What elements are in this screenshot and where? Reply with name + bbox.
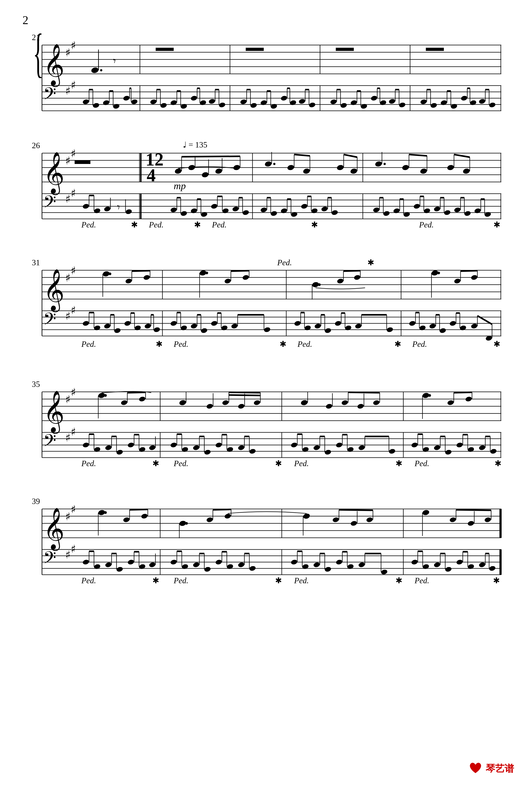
svg-point-640: [226, 564, 233, 570]
svg-text:𝄞: 𝄞: [43, 508, 64, 551]
svg-point-623: [138, 564, 146, 570]
ped-5-4: Ped.: [415, 576, 429, 585]
svg-point-460: [357, 403, 364, 409]
svg-point-683: [478, 562, 486, 568]
svg-point-670: [422, 564, 429, 570]
svg-line-265: [409, 154, 427, 156]
svg-point-314: [318, 283, 321, 286]
svg-point-448: [238, 403, 245, 409]
svg-line-610: [456, 510, 491, 510]
svg-line-464: [348, 392, 380, 393]
svg-point-365: [263, 327, 271, 333]
svg-point-545: [478, 445, 486, 451]
svg-line-452: [229, 392, 261, 393]
svg-point-488: [149, 445, 156, 451]
svg-point-330: [93, 325, 101, 331]
system-3-svg: 31 Ped. ✱ 𝄞 ♯ ♯ 𝄢: [27, 257, 505, 351]
svg-point-172: [233, 164, 241, 171]
svg-point-306: [206, 271, 208, 274]
svg-point-245: [443, 210, 451, 216]
svg-point-515: [313, 445, 320, 451]
svg-point-307: [224, 278, 231, 284]
svg-point-198: [287, 164, 295, 171]
svg-text:♯: ♯: [71, 148, 76, 159]
svg-point-467: [429, 394, 431, 397]
svg-point-462: [373, 400, 380, 406]
svg-point-547: [490, 448, 497, 454]
svg-text:𝄢: 𝄢: [43, 310, 56, 332]
svg-point-253: [474, 208, 481, 214]
svg-point-450: [253, 400, 261, 406]
svg-point-616: [105, 562, 112, 568]
svg-rect-30: [336, 48, 354, 51]
svg-point-599: [366, 517, 373, 523]
svg-point-378: [334, 320, 342, 326]
svg-point-180: [190, 208, 197, 214]
svg-point-454: [300, 399, 308, 406]
ped-3-1: Ped.: [81, 340, 96, 349]
bass-clef-1: 𝄢: [43, 85, 56, 107]
svg-point-93: [350, 100, 357, 106]
svg-point-530: [411, 442, 418, 448]
svg-point-63: [208, 98, 215, 105]
system-1: 21 { 𝄞 ♯ ♯ 𝄢: [27, 32, 505, 113]
svg-text:♯: ♯: [65, 432, 71, 444]
svg-point-658: [336, 559, 343, 565]
svg-point-185: [210, 203, 218, 209]
svg-line-174: [182, 156, 240, 157]
svg-line-592: [213, 509, 231, 510]
system-4-svg: 35 𝄞 ♯ ♯ 𝄢 ♯ ♯: [27, 378, 505, 468]
svg-point-678: [456, 559, 463, 565]
svg-point-333: [103, 323, 111, 329]
measure-number-35: 35: [32, 380, 40, 389]
svg-point-582: [141, 513, 148, 519]
svg-point-315: [337, 278, 344, 284]
svg-point-25: [91, 67, 99, 74]
svg-point-60: [199, 100, 206, 106]
svg-text:♯: ♯: [71, 39, 76, 51]
svg-line-453: [229, 395, 261, 395]
svg-point-608: [484, 517, 491, 523]
ped-5-2: Ped.: [174, 576, 188, 585]
svg-text:♯: ♯: [65, 549, 71, 561]
treble-clef-1: 𝄞: [43, 44, 64, 87]
system-2: 26 ♩ = 135 𝄞 ♯ ♯ 𝄢 ♯: [27, 139, 505, 230]
svg-point-606: [467, 521, 474, 527]
svg-point-162: [125, 209, 132, 215]
ped-star-2-1: ✱: [131, 220, 138, 229]
svg-point-373: [314, 323, 321, 329]
svg-point-230: [383, 210, 390, 217]
svg-point-55: [180, 104, 187, 110]
svg-point-223: [321, 206, 328, 212]
svg-point-532: [422, 447, 429, 453]
svg-point-350: [180, 325, 187, 331]
svg-rect-28: [156, 48, 174, 51]
svg-point-323: [454, 278, 461, 284]
svg-point-200: [303, 168, 310, 174]
svg-point-593: [303, 513, 310, 519]
svg-point-655: [324, 566, 331, 572]
svg-point-495: [192, 445, 200, 451]
svg-point-535: [433, 445, 441, 451]
svg-text:♯: ♯: [65, 393, 71, 406]
svg-point-470: [465, 396, 472, 402]
ped-star-5-2: ✱: [275, 576, 282, 585]
ped-2-2: Ped.: [149, 220, 164, 229]
svg-point-643: [238, 562, 245, 568]
svg-point-522: [347, 447, 354, 453]
svg-point-299: [125, 278, 132, 284]
svg-point-192: [242, 210, 249, 216]
svg-point-390: [419, 325, 426, 331]
svg-point-159: [103, 206, 111, 212]
svg-point-648: [290, 559, 298, 565]
svg-text:♯: ♯: [71, 79, 76, 91]
ped-3-4: Ped.: [412, 340, 427, 349]
svg-point-45: [131, 99, 138, 105]
ped-star-4-1: ✱: [152, 459, 159, 468]
svg-point-360: [221, 325, 228, 331]
ped-5-3: Ped.: [294, 576, 309, 585]
svg-point-261: [402, 164, 410, 171]
svg-point-340: [134, 325, 141, 331]
ped-3-2: Ped.: [174, 340, 188, 349]
svg-text:♯: ♯: [65, 85, 71, 97]
